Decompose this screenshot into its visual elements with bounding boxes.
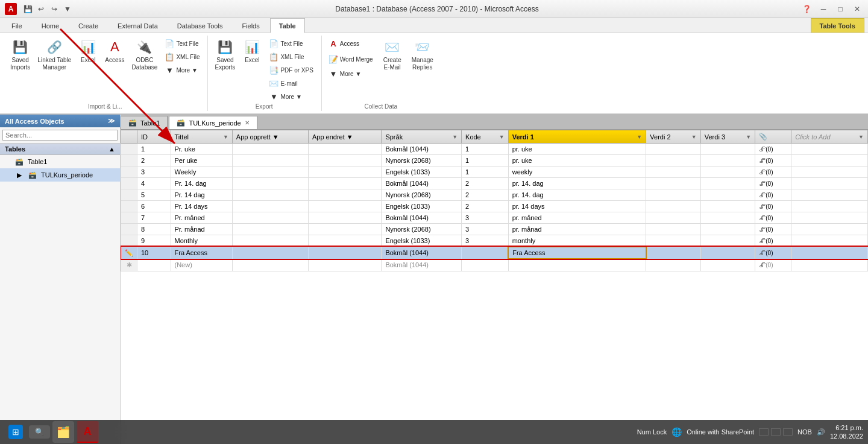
cell-verdi1[interactable]: pr. uke [508,144,646,155]
doc-tab-close-btn[interactable]: ✕ [245,119,250,126]
saved-imports-btn[interactable]: 💾 SavedImports [7,37,33,73]
cell-attach[interactable]: 🖇(0) [755,247,791,259]
cell-id[interactable]: 4 [137,178,171,189]
cell-verdi2[interactable] [646,166,700,178]
cell-id[interactable]: 1 [137,144,171,155]
cell-app-opprett[interactable] [232,155,308,166]
access-collect-btn[interactable]: A Access [326,37,376,50]
cell-tittel[interactable]: Pr. uke [171,144,232,155]
nav-item-tulkurs[interactable]: ▶ 🗃️ TULKurs_periode [0,168,120,182]
cell-app-opprett[interactable] [232,178,308,189]
cell-app-opprett[interactable] [232,235,308,247]
cell-verdi3[interactable] [700,166,755,178]
new-row-app-endret[interactable] [308,259,381,271]
saved-exports-btn[interactable]: 💾 SavedExports [212,37,238,73]
cell-app-endret[interactable] [308,155,381,166]
cell-kode[interactable]: 1 [462,166,509,178]
verdi1-edit-input[interactable] [512,249,642,256]
cell-kode[interactable] [462,247,509,259]
taskbar-search[interactable]: 🔍 [29,425,50,439]
table-row[interactable]: 3WeeklyEngelsk (1033)1weekly🖇(0) [121,166,868,178]
cell-app-endret[interactable] [308,189,381,201]
tab-fields[interactable]: Fields [233,18,268,33]
text-file-import-btn[interactable]: 📄 Text File [162,37,203,50]
cell-click-to-add[interactable] [791,189,868,201]
cell-app-endret[interactable] [308,201,381,212]
new-row-attach[interactable]: 🖇(0) [755,259,791,271]
redo-qat-btn[interactable]: ↪ [48,3,60,15]
cell-app-opprett[interactable] [232,201,308,212]
undo-qat-btn[interactable]: ↩ [35,3,47,15]
new-row-id[interactable] [137,259,171,271]
col-kode-header[interactable]: Kode▼ [462,130,509,144]
cell-app-opprett[interactable] [232,189,308,201]
tab-table[interactable]: Table [270,18,305,33]
nav-header[interactable]: All Access Objects ≫ [0,115,120,127]
cell-sprak[interactable]: Bokmål (1044) [382,212,462,224]
cell-tittel[interactable]: Weekly [171,166,232,178]
cell-kode[interactable]: 3 [462,212,509,224]
tables-section-header[interactable]: Tables ▲ [0,144,120,155]
cell-sprak[interactable]: Engelsk (1033) [382,201,462,212]
excel-import-btn[interactable]: 📊 Excel [75,37,101,66]
cell-app-endret[interactable] [308,247,381,259]
cell-attach[interactable]: 🖇(0) [755,178,791,189]
new-row-sprak[interactable]: Bokmål (1044) [382,259,462,271]
cell-verdi3[interactable] [700,224,755,235]
cell-click-to-add[interactable] [791,201,868,212]
cell-verdi2[interactable] [646,212,700,224]
cell-verdi2[interactable] [646,144,700,155]
tab-database-tools[interactable]: Database Tools [168,18,232,33]
cell-sprak[interactable]: Nynorsk (2068) [382,189,462,201]
table-row[interactable]: ✏️10Fra AccessBokmål (1044)🖇(0) [121,247,868,259]
cell-attach[interactable]: 🖇(0) [755,201,791,212]
text-file-export-btn[interactable]: 📄 Text File [266,37,316,50]
table-row[interactable]: 8Pr. månadNynorsk (2068)3pr. månad🖇(0) [121,224,868,235]
cell-tittel[interactable]: Fra Access [171,247,232,259]
cell-verdi1[interactable]: pr. 14. dag [508,178,646,189]
cell-app-endret[interactable] [308,212,381,224]
minimize-btn[interactable]: ─ [817,3,829,15]
table-row[interactable]: 7Pr. månedBokmål (1044)3pr. måned🖇(0) [121,212,868,224]
table-row[interactable]: 9MonthlyEngelsk (1033)3monthly🖇(0) [121,235,868,247]
cell-click-to-add[interactable] [791,235,868,247]
email-export-btn[interactable]: ✉️ E-mail [266,77,316,90]
cell-attach[interactable]: 🖇(0) [755,166,791,178]
cell-kode[interactable]: 2 [462,178,509,189]
tab-external-data[interactable]: External Data [108,18,167,33]
save-qat-btn[interactable]: 💾 [22,3,34,15]
create-email-btn[interactable]: ✉️ CreateE-Mail [380,37,405,73]
linked-table-manager-btn[interactable]: 🔗 Linked TableManager [34,37,74,73]
cell-attach[interactable]: 🖇(0) [755,235,791,247]
cell-tittel[interactable]: Per uke [171,155,232,166]
cell-kode[interactable]: 1 [462,155,509,166]
cell-id[interactable]: 3 [137,166,171,178]
cell-verdi3[interactable] [700,144,755,155]
taskbar-file-explorer[interactable]: 🗂️ [52,421,74,443]
cell-tittel[interactable]: Pr. 14 dag [171,189,232,201]
cell-attach[interactable]: 🖇(0) [755,189,791,201]
cell-kode[interactable]: 1 [462,144,509,155]
cell-click-to-add[interactable] [791,224,868,235]
cell-verdi2[interactable] [646,235,700,247]
cell-app-endret[interactable] [308,166,381,178]
cell-click-to-add[interactable] [791,212,868,224]
cell-kode[interactable]: 3 [462,235,509,247]
col-click-to-add-header[interactable]: Click to Add▼ [791,130,868,144]
taskbar-view-btn-1[interactable] [759,428,769,436]
col-verdi2-header[interactable]: Verdi 2▼ [646,130,700,144]
cell-verdi1[interactable]: pr. måned [508,212,646,224]
cell-kode[interactable]: 2 [462,201,509,212]
cell-sprak[interactable]: Engelsk (1033) [382,166,462,178]
cell-sprak[interactable]: Nynorsk (2068) [382,155,462,166]
cell-click-to-add[interactable] [791,247,868,259]
col-sprak-header[interactable]: Språk▼ [382,130,462,144]
cell-tittel[interactable]: Monthly [171,235,232,247]
table-row[interactable]: 4Pr. 14. dagBokmål (1044)2pr. 14. dag🖇(0… [121,178,868,189]
cell-verdi1[interactable]: pr. uke [508,155,646,166]
maximize-btn[interactable]: □ [834,3,846,15]
col-app-opprett-header[interactable]: App opprett ▼ [232,130,308,144]
taskbar-view-btn-3[interactable] [783,428,793,436]
cell-verdi1[interactable]: pr. 14. dag [508,189,646,201]
doc-tab-table1[interactable]: 🗃️ Table1 [121,116,168,129]
